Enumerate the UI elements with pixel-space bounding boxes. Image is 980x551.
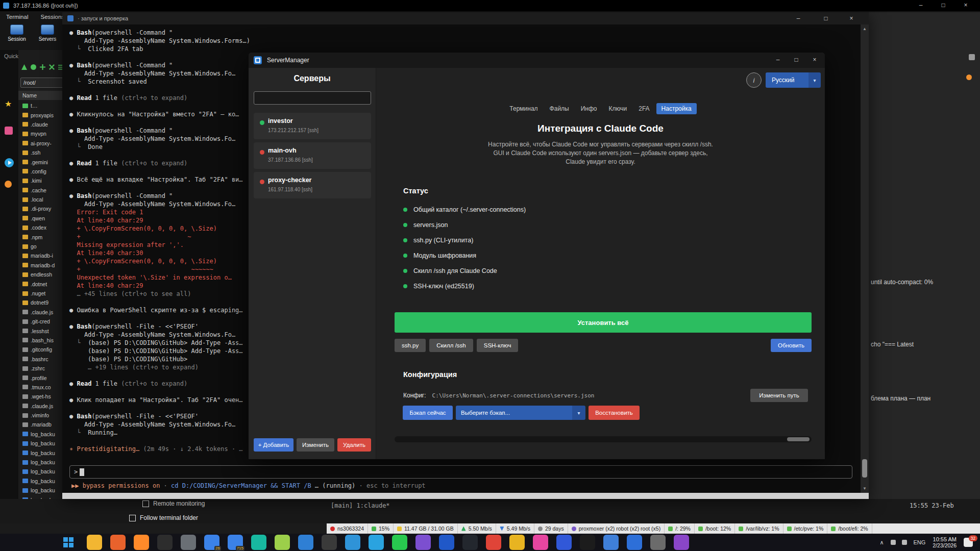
taskbar-brave[interactable] [110,535,126,550]
add-icon[interactable] [40,64,45,70]
taskbar-viber[interactable] [415,535,431,550]
follow-terminal-folder-checkbox[interactable]: Follow terminal folder [129,514,198,521]
checkbox-icon[interactable] [142,500,149,507]
sm-maximize-button[interactable]: □ [788,55,804,65]
server-search-input[interactable] [254,91,371,105]
file-icon [22,375,28,380]
scroll-up-icon[interactable]: ▲ [861,27,869,31]
menu-terminal[interactable]: Terminal [0,14,34,20]
taskbar-chrome-profile-2[interactable]: 715 [228,535,243,550]
up-icon[interactable] [21,64,27,70]
taskbar-firefox[interactable] [134,535,149,550]
minimize-button[interactable]: – [913,0,929,10]
favorites-star-icon[interactable]: ★ [5,99,12,109]
server-item[interactable]: proxy-checker161.97.118.40 [ssh] [254,172,371,198]
close-button[interactable]: × [958,0,974,10]
servers-button[interactable]: Servers [33,24,62,48]
tab-2fa[interactable]: 2FA [633,103,654,114]
down-icon [500,527,504,531]
remote-monitoring-checkbox[interactable]: Remote monitoring [142,500,205,507]
scroll-down-icon[interactable]: ▼ [861,486,869,491]
tab-ключи[interactable]: Ключи [604,103,632,114]
refresh-icon[interactable] [31,64,36,70]
session-button[interactable]: Session [2,24,32,48]
taskbar-file-explorer[interactable] [87,535,102,550]
server-item[interactable]: main-ovh37.187.136.86 [ssh] [254,142,371,169]
taskbar-notepad-plus-plus[interactable] [275,535,290,550]
delete-icon[interactable] [49,64,55,70]
taskbar-app-red[interactable] [486,535,501,550]
checkbox-icon[interactable] [129,515,136,521]
refresh-button[interactable]: Обновить [771,339,812,352]
taskbar-chrome[interactable] [509,535,525,550]
status-segment: 11.47 GB / 31.00 GB [394,523,458,534]
terminal-minimize-button[interactable]: – [790,13,806,23]
server-item[interactable]: investor173.212.212.157 [ssh] [254,113,371,139]
taskbar-terminal-app[interactable] [322,535,337,550]
horizontal-scrollbar[interactable] [395,436,812,442]
backup-now-button[interactable]: Бэкап сейчас [403,406,453,420]
taskbar-vscode[interactable] [298,535,313,550]
restore-button[interactable]: Восстановить [589,406,640,420]
component-button-ssh-py[interactable]: ssh.py [395,339,426,352]
info-button[interactable]: i [746,72,762,88]
sm-minimize-button[interactable]: – [770,55,786,65]
network-icon[interactable] [891,540,896,545]
taskbar-clock[interactable]: 10:55 AM 2/23/2026 [933,536,957,548]
pen-icon[interactable] [969,54,975,60]
change-path-button[interactable]: Изменить путь [750,389,808,402]
taskbar-anydesk[interactable] [181,535,196,550]
sm-close-button[interactable]: × [806,55,823,65]
status-segment: 5.50 Mb/s [458,523,496,534]
servers-heading: Серверы [249,74,376,83]
download-icon[interactable] [5,127,13,135]
taskbar-chrome-profile-1[interactable]: 26 [204,535,219,550]
terminal-bottom-bar [62,493,869,499]
terminal-input[interactable]: > [69,465,852,479]
maximize-button[interactable]: □ [935,0,951,10]
terminal-titlebar[interactable]: · запуск и проверка – □ × [62,12,869,24]
servermanager-titlebar[interactable]: ServerManager – □ × [249,53,825,68]
terminal-maximize-button[interactable]: □ [818,13,834,23]
taskbar-app-blue[interactable] [439,535,454,550]
scrollbar-thumb[interactable] [787,437,810,441]
tab-терминал[interactable]: Терминал [504,103,543,114]
taskbar-app-indigo[interactable] [556,535,572,550]
taskbar-quick-share[interactable] [627,535,642,550]
start-button[interactable] [63,537,74,547]
terminal-close-button[interactable]: × [843,13,860,23]
tab-настройка[interactable]: Настройка [656,103,697,114]
terminal-scrollbar[interactable]: ▲ ▼ [861,24,869,493]
taskbar-qbittorrent[interactable] [251,535,266,550]
taskbar-app-pink[interactable] [533,535,548,550]
folder-icon [22,226,28,230]
install-all-button[interactable]: Установить всё [395,312,812,333]
scrollbar-thumb[interactable] [862,459,867,478]
taskbar-gimp[interactable] [650,535,666,550]
taskbar-edge[interactable] [345,535,360,550]
tab-инфо[interactable]: Инфо [576,103,602,114]
component-button--ssh[interactable]: Скилл /ssh [429,339,473,352]
language-select[interactable]: Русский ▾ [766,72,821,88]
log-icon [22,488,28,493]
taskbar-whatsapp[interactable] [392,535,407,550]
taskbar-app-dark[interactable] [157,535,173,550]
edit-server-button[interactable]: Изменить [297,438,334,452]
notifications-icon[interactable]: 32 [964,538,973,547]
volume-icon[interactable] [902,540,907,545]
component-button-ssh-[interactable]: SSH-ключ [477,339,519,352]
taskbar-docker[interactable] [603,535,619,550]
folder-icon [22,179,28,183]
tab-файлы[interactable]: Файлы [545,103,574,114]
delete-server-button[interactable]: Удалить [337,438,371,452]
backup-select[interactable]: Выберите бэкап... ▾ [456,406,585,420]
telegram-icon[interactable] [5,158,14,167]
taskbar-telegram[interactable] [369,535,384,550]
language-indicator[interactable]: ENG [913,539,925,545]
taskbar-obs[interactable] [462,535,478,550]
add-server-button[interactable]: + Добавить [254,438,293,452]
chevron-up-icon[interactable]: ∧ [879,539,884,546]
orange-app-icon[interactable] [5,181,12,188]
taskbar-app-purple[interactable] [674,535,689,550]
taskbar-jetbrains[interactable] [580,535,595,550]
